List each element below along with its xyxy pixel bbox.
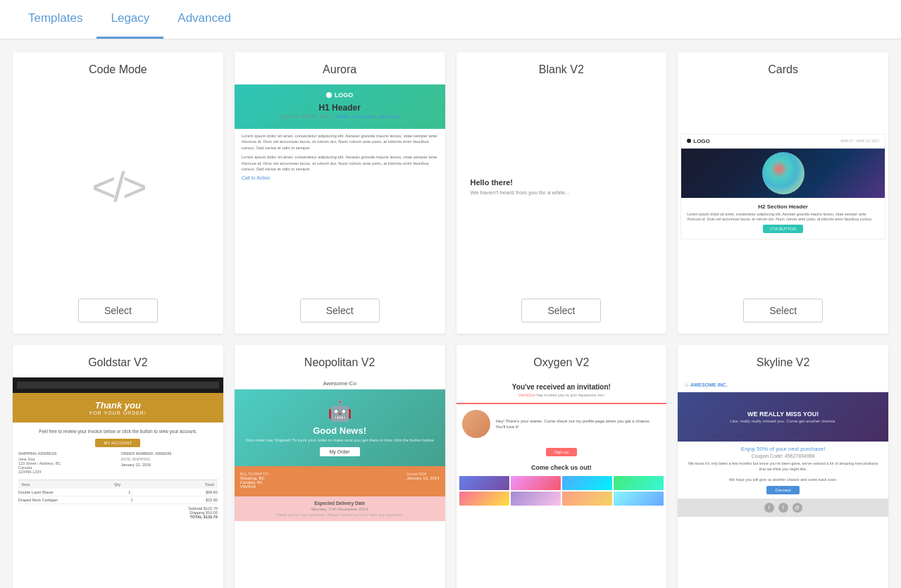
select-button-aurora[interactable]: Select — [300, 299, 380, 323]
oxy-come-heading: Come check us out! — [456, 461, 667, 473]
aurora-para-1: Lorem ipsum dolor sit amet, consectetur … — [242, 133, 438, 151]
card-title-oxygen-v2: Oxygen V2 — [456, 345, 667, 377]
skyline-connect-btn: Connect — [766, 486, 799, 494]
goldstar-date-label: DATE SHIPPING — [120, 457, 217, 461]
cards-decorative-circle — [762, 152, 804, 194]
card-footer-neopolitan-v2: Select — [235, 582, 445, 588]
card-preview-oxygen-v2: You've received an invitation! JohnDoe h… — [456, 377, 667, 582]
tab-templates[interactable]: Templates — [14, 0, 97, 39]
card-code-mode: Code Mode </> Select — [13, 52, 223, 334]
goldstar-header — [13, 377, 223, 393]
card-title-skyline-v2: Skyline V2 — [678, 345, 888, 377]
card-footer-blank-v2: Select — [456, 289, 667, 334]
gallery-item-1 — [459, 476, 509, 490]
neo-preview-inner: Awesome Co 🤖 Good News! Your order has S… — [235, 377, 445, 521]
cards-section: H2 Section Header Lorem ipsum dolor sit … — [681, 198, 885, 239]
oxy-cta-text: Hey! There's your starter. Come check ou… — [496, 418, 661, 430]
card-title-code-mode: Code Mode — [13, 52, 223, 85]
blank-sub: We haven't heard from you for a while... — [471, 189, 653, 196]
card-blank-v2: Blank V2 Hello there! We haven't heard f… — [456, 52, 667, 334]
oxy-header: You've received an invitation! JohnDoe h… — [456, 377, 667, 404]
card-preview-code-mode: </> — [13, 85, 223, 289]
gallery-item-7 — [562, 492, 612, 506]
skyline-logo-text: AWESOME INC. — [690, 382, 728, 387]
skyline-body-text: We know it's only been a few months but … — [685, 461, 881, 483]
cards-date: MAR 07 - MAR 13, 2017 — [841, 139, 879, 143]
neo-robot-icon: 🤖 — [242, 399, 438, 423]
tab-legacy[interactable]: Legacy — [97, 0, 163, 39]
blank-hello: Hello there! — [471, 178, 653, 187]
cards-top: LOGO MAR 07 - MAR 13, 2017 — [681, 135, 885, 149]
skyline-preview-inner: ⌂ AWESOME INC. WE REALLY MISS YOU! Like,… — [678, 377, 888, 517]
aurora-h1: H1 Header — [242, 103, 438, 113]
neo-banner: 🤖 Good News! Your order has Shipped! To … — [235, 389, 445, 466]
cards-para: Lorem ipsum dolor sit amet, consectetur … — [687, 212, 879, 222]
skyline-facebook-icon: f — [778, 503, 788, 513]
template-grid: Code Mode </> Select Aurora LOGO H1 Head… — [0, 39, 901, 588]
goldstar-preview-inner: Thank you FOR YOUR ORDER! Feel free to r… — [13, 377, 223, 525]
oxy-avatar-img — [462, 410, 490, 438]
gallery-item-8 — [614, 492, 664, 506]
card-title-goldstar-v2: Goldstar V2 — [13, 345, 223, 377]
goldstar-totals: Subtotal $122.70Shipping $10.00TOTAL $13… — [18, 506, 218, 519]
skyline-twitter-icon: t — [764, 503, 774, 513]
oxy-signup-btn: Sign up — [546, 448, 577, 456]
goldstar-addr: Jane Doe123 Street / Address, BCCanada12… — [18, 457, 115, 474]
aurora-logo: LOGO — [242, 92, 438, 99]
cards-h2: H2 Section Header — [687, 204, 879, 210]
neo-order-details: BILL TO/SHIP TO:Shipping, BCCanada, BCV9… — [235, 466, 445, 496]
cards-preview-inner: LOGO MAR 07 - MAR 13, 2017 H2 Section He… — [681, 134, 886, 239]
goldstar-date: January 12, 2019 — [120, 463, 217, 467]
skyline-coupon-title: Enjoy 50% of your next purchase! — [685, 446, 881, 452]
card-goldstar-v2: Goldstar V2 Thank you FOR YOUR ORDER! Fe… — [13, 345, 223, 588]
skyline-hero: WE REALLY MISS YOU! Like, really really … — [678, 392, 888, 442]
card-footer-skyline-v2: Select — [678, 582, 888, 588]
goldstar-thanks-sub: FOR YOUR ORDER! — [20, 411, 216, 415]
card-aurora: Aurora LOGO H1 Header Vol 2.11 • Oct 27,… — [235, 52, 445, 334]
cards-logo-row: LOGO — [687, 138, 710, 144]
skyline-footer: t f @ — [678, 499, 888, 517]
card-preview-aurora: LOGO H1 Header Vol 2.11 • Oct 27, 2017 •… — [235, 85, 445, 289]
gallery-item-2 — [511, 476, 561, 490]
cards-logo-label: LOGO — [693, 138, 710, 144]
neo-delivery: Expected Delivery Date Monday, 17th Nove… — [235, 496, 445, 521]
skyline-coupon-section: Enjoy 50% of your next purchase! Coupon … — [678, 442, 888, 499]
skyline-hero-title: WE REALLY MISS YOU! — [730, 411, 836, 419]
oxy-invite-title: You've received an invitation! — [462, 383, 661, 391]
oxy-preview-inner: You've received an invitation! JohnDoe h… — [456, 377, 667, 508]
card-preview-neopolitan-v2: Awesome Co 🤖 Good News! Your order has S… — [235, 377, 445, 582]
card-neopolitan-v2: Neopolitan V2 Awesome Co 🤖 Good News! Yo… — [235, 345, 445, 588]
card-cards: Cards LOGO MAR 07 - MAR 13, 2017 H2 Sect… — [678, 52, 888, 334]
card-preview-skyline-v2: ⌂ AWESOME INC. WE REALLY MISS YOU! Like,… — [678, 377, 888, 582]
code-icon: </> — [92, 163, 144, 211]
select-button-blank-v2[interactable]: Select — [521, 299, 601, 323]
aurora-para-2: Lorem ipsum dolor sit amet, consectetur … — [242, 154, 438, 172]
skyline-logo-icon: ⌂ — [685, 382, 688, 388]
card-preview-blank-v2: Hello there! We haven't heard from you f… — [456, 85, 667, 289]
goldstar-thanks-section: Thank you FOR YOUR ORDER! — [13, 393, 223, 423]
tab-advanced[interactable]: Advanced — [163, 0, 245, 39]
tab-bar: Templates Legacy Advanced — [0, 0, 901, 39]
goldstar-thanks-main: Thank you — [20, 400, 216, 411]
card-title-blank-v2: Blank V2 — [456, 52, 667, 85]
card-title-cards: Cards — [678, 52, 888, 85]
select-button-cards[interactable]: Select — [743, 299, 823, 323]
neo-bill-label: BILL TO/SHIP TO:Shipping, BCCanada, BCV9… — [240, 472, 269, 489]
card-title-neopolitan-v2: Neopolitan V2 — [235, 345, 445, 377]
aurora-logo-dot — [326, 92, 332, 98]
select-button-code-mode[interactable]: Select — [78, 299, 158, 323]
card-oxygen-v2: Oxygen V2 You've received an invitation!… — [456, 345, 667, 588]
card-footer-oxygen-v2: Select — [456, 582, 667, 588]
goldstar-row-1: Double Layer Blazer1$99.90 — [18, 489, 218, 496]
gallery-item-6 — [511, 492, 561, 506]
aurora-body: Lorem ipsum dolor sit amet, consectetur … — [235, 129, 445, 184]
goldstar-msg: Feel free to review your invoice below o… — [18, 428, 218, 434]
neo-contact: Thank you for your purchase. Please cont… — [240, 513, 440, 517]
card-title-aurora: Aurora — [235, 52, 445, 85]
goldstar-row-2: Draped Neck Cardigan1$22.80 — [18, 496, 218, 504]
card-skyline-v2: Skyline V2 ⌂ AWESOME INC. WE REALLY MISS… — [678, 345, 888, 588]
neo-order-btn: My Order — [320, 447, 360, 456]
goldstar-order-label: ORDER NUMBER: AB00200 — [120, 451, 217, 456]
cards-hero-image — [681, 149, 885, 198]
card-preview-cards: LOGO MAR 07 - MAR 13, 2017 H2 Section He… — [678, 85, 888, 289]
